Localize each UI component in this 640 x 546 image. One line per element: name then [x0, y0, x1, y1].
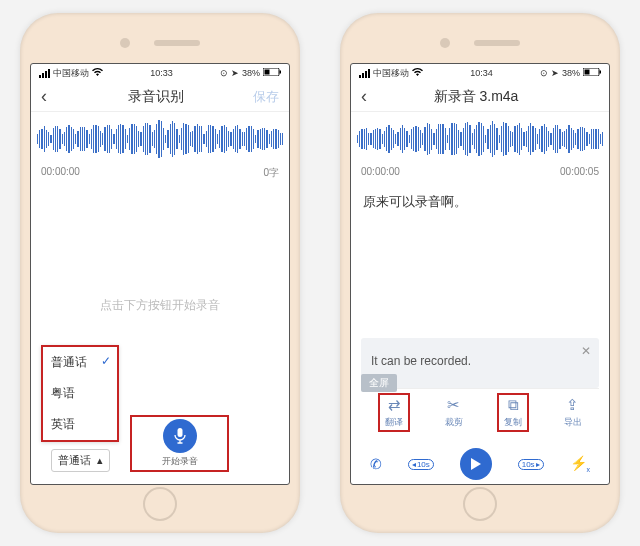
- alarm-icon: ⊙: [220, 68, 228, 78]
- signal-icon: [359, 69, 370, 78]
- record-button[interactable]: [163, 419, 197, 453]
- home-button[interactable]: [463, 487, 497, 521]
- tool-label: 复制: [504, 416, 522, 429]
- nav-bar: ‹ 录音识别 保存: [31, 82, 289, 112]
- battery-icon: [583, 68, 601, 78]
- lang-option-mandarin[interactable]: 普通话: [43, 347, 117, 378]
- nav-bar: ‹ 新录音 3.m4a: [351, 82, 609, 112]
- lang-option-cantonese[interactable]: 粤语: [43, 378, 117, 409]
- page-title: 录音识别: [65, 88, 247, 106]
- wifi-icon: [92, 68, 103, 78]
- time-bar: 00:00:00 00:00:05: [351, 166, 609, 181]
- home-button-area: [463, 485, 497, 523]
- phone-left: 中国移动 10:33 ⊙ ➤ 38% ‹ 录音识别 保存 00:00:00: [20, 13, 300, 533]
- speed-icon[interactable]: ⚡x: [570, 455, 591, 473]
- cut-icon: ✂: [447, 396, 460, 414]
- page-title: 新录音 3.m4a: [385, 88, 567, 106]
- status-bar: 中国移动 10:34 ⊙ ➤ 38%: [351, 64, 609, 82]
- battery-icon: [263, 68, 281, 78]
- battery-label: 38%: [562, 68, 580, 78]
- fullscreen-tag[interactable]: 全屏: [361, 374, 397, 392]
- time-end: 00:00:05: [560, 166, 599, 177]
- language-selected: 普通话: [58, 453, 91, 468]
- home-button-area: [143, 485, 177, 523]
- svg-rect-2: [279, 71, 281, 74]
- screen-right: 中国移动 10:34 ⊙ ➤ 38% ‹ 新录音 3.m4a 00:00:00: [350, 63, 610, 485]
- language-selector[interactable]: 普通话 ▴: [51, 449, 110, 472]
- word-count: 0字: [263, 166, 279, 180]
- export-icon: ⇪: [566, 396, 579, 414]
- carrier-label: 中国移动: [373, 67, 409, 80]
- chevron-up-icon: ▴: [97, 454, 103, 467]
- battery-label: 38%: [242, 68, 260, 78]
- back-button[interactable]: ‹: [361, 86, 385, 107]
- copy-icon: ⧉: [508, 396, 519, 414]
- phone-hardware-top: [350, 23, 610, 63]
- phone-hardware-top: [30, 23, 290, 63]
- alarm-icon: ⊙: [540, 68, 548, 78]
- svg-rect-3: [177, 428, 182, 437]
- time-bar: 00:00:00 0字: [31, 166, 289, 184]
- tool-label: 导出: [564, 416, 582, 429]
- waveform[interactable]: [31, 112, 289, 166]
- record-highlight: 开始录音: [130, 415, 229, 472]
- time-start: 00:00:00: [41, 166, 80, 180]
- svg-rect-5: [584, 70, 589, 75]
- content-area: 原来可以录音啊。 ✕ It can be recorded. 全屏 ⇄ 翻译 ✂…: [351, 181, 609, 444]
- home-button[interactable]: [143, 487, 177, 521]
- save-button[interactable]: 保存: [247, 88, 279, 106]
- svg-rect-1: [264, 70, 269, 75]
- tool-label: 裁剪: [445, 416, 463, 429]
- rewind-button[interactable]: ◂10s: [408, 459, 434, 470]
- tool-translate[interactable]: ⇄ 翻译: [378, 393, 410, 432]
- phone-icon[interactable]: ✆: [370, 456, 382, 472]
- tool-export[interactable]: ⇪ 导出: [564, 396, 582, 429]
- lang-option-english[interactable]: 英语: [43, 409, 117, 440]
- translate-icon: ⇄: [388, 396, 401, 414]
- play-button[interactable]: [460, 448, 492, 480]
- location-icon: ➤: [231, 68, 239, 78]
- content-area: 点击下方按钮开始录音 普通话 粤语 英语 普通话 ▴: [31, 184, 289, 484]
- record-label: 开始录音: [162, 455, 198, 468]
- translation-text: It can be recorded.: [371, 354, 471, 368]
- player-bar: ✆ ◂10s 10s▸ ⚡x: [351, 444, 609, 484]
- signal-icon: [39, 69, 50, 78]
- wifi-icon: [412, 68, 423, 78]
- tool-cut[interactable]: ✂ 裁剪: [445, 396, 463, 429]
- carrier-label: 中国移动: [53, 67, 89, 80]
- play-icon: [470, 458, 481, 470]
- language-popup[interactable]: 普通话 粤语 英语: [41, 345, 119, 442]
- tool-label: 翻译: [385, 416, 403, 429]
- close-icon[interactable]: ✕: [581, 344, 591, 358]
- clock: 10:33: [150, 68, 173, 78]
- svg-rect-6: [599, 71, 601, 74]
- back-button[interactable]: ‹: [41, 86, 65, 107]
- location-icon: ➤: [551, 68, 559, 78]
- screen-left: 中国移动 10:33 ⊙ ➤ 38% ‹ 录音识别 保存 00:00:00: [30, 63, 290, 485]
- transcript-text[interactable]: 原来可以录音啊。: [361, 189, 599, 211]
- tool-copy[interactable]: ⧉ 复制: [497, 393, 529, 432]
- microphone-icon: [173, 427, 187, 445]
- phone-right: 中国移动 10:34 ⊙ ➤ 38% ‹ 新录音 3.m4a 00:00:00: [340, 13, 620, 533]
- status-bar: 中国移动 10:33 ⊙ ➤ 38%: [31, 64, 289, 82]
- time-start: 00:00:00: [361, 166, 400, 177]
- forward-button[interactable]: 10s▸: [518, 459, 544, 470]
- clock: 10:34: [470, 68, 493, 78]
- toolbar: ⇄ 翻译 ✂ 裁剪 ⧉ 复制 ⇪ 导出: [361, 388, 599, 436]
- waveform[interactable]: [351, 112, 609, 166]
